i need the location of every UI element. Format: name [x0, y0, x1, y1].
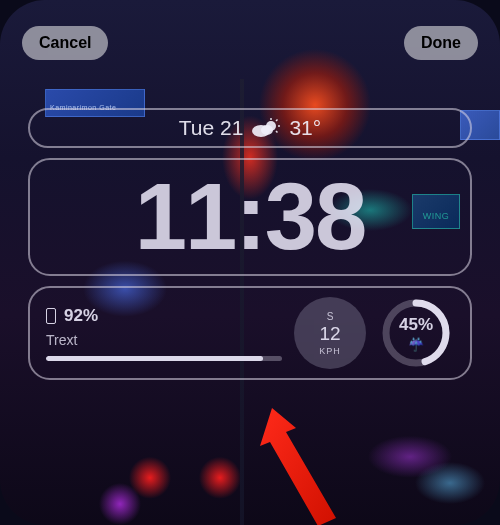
- wind-direction-label: S: [327, 311, 334, 322]
- battery-progress-fill: [46, 356, 263, 361]
- phone-device-icon: [46, 308, 56, 324]
- phone-frame: Kaminarimon Gate WING Cancel Done Tue 21: [0, 0, 500, 525]
- lock-screen-widget-area: Tue 21 31° 11:38: [28, 108, 472, 390]
- wind-widget[interactable]: S 12 KPH: [294, 297, 366, 369]
- temperature-label: 31°: [289, 116, 321, 140]
- date-weather-widget-slot[interactable]: Tue 21 31°: [28, 108, 472, 148]
- svg-line-4: [276, 131, 278, 133]
- wind-unit-label: KPH: [319, 346, 341, 356]
- battery-progress-bar: [46, 356, 282, 361]
- umbrella-rain-icon: ☔: [408, 337, 424, 352]
- cancel-button[interactable]: Cancel: [22, 26, 108, 60]
- battery-percent-label: 92%: [64, 306, 98, 326]
- clock-time: 11:38: [135, 170, 365, 264]
- battery-device-label: Trext: [46, 332, 282, 348]
- precipitation-widget[interactable]: 45% ☔: [378, 295, 454, 371]
- weather-partly-cloudy-icon: [251, 118, 281, 138]
- battery-widget[interactable]: 92% Trext: [46, 306, 282, 361]
- top-button-row: Cancel Done: [0, 26, 500, 60]
- done-button[interactable]: Done: [404, 26, 478, 60]
- svg-point-6: [261, 125, 273, 135]
- date-label: Tue 21: [179, 116, 244, 140]
- clock-widget-slot[interactable]: 11:38: [28, 158, 472, 276]
- bottom-widget-slot[interactable]: 92% Trext S 12 KPH 45% ☔: [28, 286, 472, 380]
- precipitation-ring-icon: [380, 297, 452, 369]
- svg-line-3: [276, 120, 278, 122]
- wind-speed-label: 12: [319, 323, 340, 345]
